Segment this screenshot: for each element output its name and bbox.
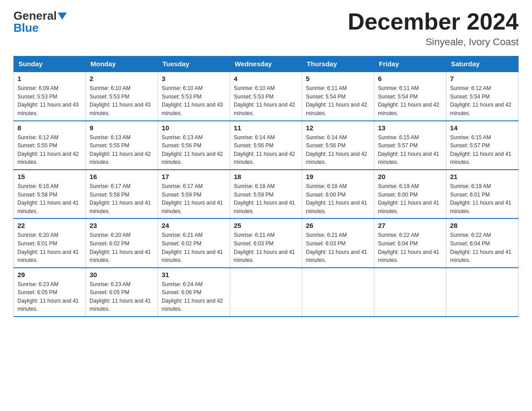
calendar-day-cell: 4 Sunrise: 6:10 AMSunset: 5:53 PMDayligh… — [230, 72, 302, 120]
day-info: Sunrise: 6:11 AMSunset: 5:54 PMDaylight:… — [306, 84, 370, 117]
day-number: 10 — [162, 124, 226, 132]
page-header: General Blue December 2024 Sinyeale, Ivo… — [13, 9, 519, 48]
calendar-day-cell: 24 Sunrise: 6:21 AMSunset: 6:02 PMDaylig… — [158, 218, 230, 267]
calendar-week-row: 22 Sunrise: 6:20 AMSunset: 6:01 PMDaylig… — [14, 218, 519, 267]
day-number: 22 — [17, 222, 82, 229]
day-number: 5 — [306, 75, 370, 82]
title-block: December 2024 Sinyeale, Ivory Coast — [348, 9, 519, 48]
calendar-day-cell: 17 Sunrise: 6:17 AMSunset: 5:59 PMDaylig… — [158, 170, 230, 218]
day-number: 27 — [378, 222, 442, 229]
day-info: Sunrise: 6:18 AMSunset: 5:59 PMDaylight:… — [234, 182, 298, 215]
calendar-day-cell: 16 Sunrise: 6:17 AMSunset: 5:58 PMDaylig… — [86, 170, 158, 218]
day-number: 8 — [17, 124, 82, 132]
day-info: Sunrise: 6:13 AMSunset: 5:55 PMDaylight:… — [90, 133, 154, 167]
day-number: 23 — [90, 222, 154, 229]
calendar-day-cell: 19 Sunrise: 6:18 AMSunset: 6:00 PMDaylig… — [302, 170, 374, 218]
calendar-day-cell: 13 Sunrise: 6:15 AMSunset: 5:57 PMDaylig… — [374, 121, 446, 170]
calendar-day-cell: 9 Sunrise: 6:13 AMSunset: 5:55 PMDayligh… — [86, 121, 158, 170]
calendar-header-tuesday: Tuesday — [158, 56, 230, 72]
logo-blue-text: Blue — [13, 21, 39, 35]
day-info: Sunrise: 6:09 AMSunset: 5:53 PMDaylight:… — [17, 84, 82, 117]
day-info: Sunrise: 6:24 AMSunset: 6:06 PMDaylight:… — [162, 280, 226, 313]
calendar-day-cell: 18 Sunrise: 6:18 AMSunset: 5:59 PMDaylig… — [230, 170, 302, 218]
day-info: Sunrise: 6:20 AMSunset: 6:02 PMDaylight:… — [90, 231, 154, 264]
day-info: Sunrise: 6:23 AMSunset: 6:05 PMDaylight:… — [17, 280, 82, 313]
calendar-day-cell: 2 Sunrise: 6:10 AMSunset: 5:53 PMDayligh… — [86, 72, 158, 120]
calendar-day-cell: 12 Sunrise: 6:14 AMSunset: 5:56 PMDaylig… — [302, 121, 374, 170]
day-info: Sunrise: 6:22 AMSunset: 6:04 PMDaylight:… — [378, 231, 442, 264]
day-number: 2 — [90, 75, 154, 82]
page-title: December 2024 — [348, 9, 519, 34]
calendar-day-cell: 20 Sunrise: 6:19 AMSunset: 6:00 PMDaylig… — [374, 170, 446, 218]
calendar-day-cell: 10 Sunrise: 6:13 AMSunset: 5:56 PMDaylig… — [158, 121, 230, 170]
calendar-header-friday: Friday — [374, 56, 446, 72]
calendar-empty-cell — [374, 268, 446, 317]
day-info: Sunrise: 6:17 AMSunset: 5:58 PMDaylight:… — [90, 182, 154, 215]
day-number: 15 — [17, 173, 82, 180]
day-info: Sunrise: 6:21 AMSunset: 6:02 PMDaylight:… — [162, 231, 226, 264]
day-info: Sunrise: 6:18 AMSunset: 6:00 PMDaylight:… — [306, 182, 370, 215]
day-number: 24 — [162, 222, 226, 229]
day-number: 17 — [162, 173, 226, 180]
calendar-week-row: 1 Sunrise: 6:09 AMSunset: 5:53 PMDayligh… — [14, 72, 519, 120]
day-info: Sunrise: 6:15 AMSunset: 5:57 PMDaylight:… — [378, 133, 442, 167]
day-number: 29 — [17, 271, 82, 278]
day-number: 19 — [306, 173, 370, 180]
day-info: Sunrise: 6:22 AMSunset: 6:04 PMDaylight:… — [450, 231, 515, 264]
day-number: 18 — [234, 173, 298, 180]
calendar-day-cell: 8 Sunrise: 6:12 AMSunset: 5:55 PMDayligh… — [14, 121, 86, 170]
calendar-day-cell: 11 Sunrise: 6:14 AMSunset: 5:56 PMDaylig… — [230, 121, 302, 170]
day-info: Sunrise: 6:12 AMSunset: 5:54 PMDaylight:… — [450, 84, 515, 117]
calendar-day-cell: 1 Sunrise: 6:09 AMSunset: 5:53 PMDayligh… — [14, 72, 86, 120]
calendar-day-cell: 21 Sunrise: 6:19 AMSunset: 6:01 PMDaylig… — [446, 170, 519, 218]
day-number: 20 — [378, 173, 442, 180]
day-info: Sunrise: 6:10 AMSunset: 5:53 PMDaylight:… — [162, 84, 226, 117]
calendar-day-cell: 29 Sunrise: 6:23 AMSunset: 6:05 PMDaylig… — [14, 268, 86, 317]
calendar-header-thursday: Thursday — [302, 56, 374, 72]
calendar-day-cell: 7 Sunrise: 6:12 AMSunset: 5:54 PMDayligh… — [446, 72, 519, 120]
day-number: 3 — [162, 75, 226, 82]
day-info: Sunrise: 6:14 AMSunset: 5:56 PMDaylight:… — [306, 133, 370, 167]
day-number: 9 — [90, 124, 154, 132]
calendar-header-saturday: Saturday — [446, 56, 519, 72]
calendar-week-row: 29 Sunrise: 6:23 AMSunset: 6:05 PMDaylig… — [14, 268, 519, 317]
calendar-day-cell: 30 Sunrise: 6:23 AMSunset: 6:05 PMDaylig… — [86, 268, 158, 317]
calendar-header-wednesday: Wednesday — [230, 56, 302, 72]
calendar-empty-cell — [302, 268, 374, 317]
calendar-day-cell: 28 Sunrise: 6:22 AMSunset: 6:04 PMDaylig… — [446, 218, 519, 267]
calendar-week-row: 8 Sunrise: 6:12 AMSunset: 5:55 PMDayligh… — [14, 121, 519, 170]
day-info: Sunrise: 6:15 AMSunset: 5:57 PMDaylight:… — [450, 133, 515, 167]
calendar-day-cell: 6 Sunrise: 6:11 AMSunset: 5:54 PMDayligh… — [374, 72, 446, 120]
day-number: 1 — [17, 75, 82, 82]
day-info: Sunrise: 6:19 AMSunset: 6:01 PMDaylight:… — [450, 182, 515, 215]
calendar-day-cell: 23 Sunrise: 6:20 AMSunset: 6:02 PMDaylig… — [86, 218, 158, 267]
day-number: 21 — [450, 173, 515, 180]
day-info: Sunrise: 6:21 AMSunset: 6:03 PMDaylight:… — [234, 231, 298, 264]
day-info: Sunrise: 6:23 AMSunset: 6:05 PMDaylight:… — [90, 280, 154, 313]
day-info: Sunrise: 6:21 AMSunset: 6:03 PMDaylight:… — [306, 231, 370, 264]
calendar-day-cell: 3 Sunrise: 6:10 AMSunset: 5:53 PMDayligh… — [158, 72, 230, 120]
day-number: 6 — [378, 75, 442, 82]
day-number: 13 — [378, 124, 442, 132]
day-info: Sunrise: 6:17 AMSunset: 5:59 PMDaylight:… — [162, 182, 226, 215]
day-info: Sunrise: 6:12 AMSunset: 5:55 PMDaylight:… — [17, 133, 82, 167]
calendar-day-cell: 25 Sunrise: 6:21 AMSunset: 6:03 PMDaylig… — [230, 218, 302, 267]
calendar-day-cell: 26 Sunrise: 6:21 AMSunset: 6:03 PMDaylig… — [302, 218, 374, 267]
day-info: Sunrise: 6:11 AMSunset: 5:54 PMDaylight:… — [378, 84, 442, 117]
page-subtitle: Sinyeale, Ivory Coast — [348, 36, 519, 48]
calendar-header-sunday: Sunday — [14, 56, 86, 72]
day-number: 7 — [450, 75, 515, 82]
calendar-day-cell: 27 Sunrise: 6:22 AMSunset: 6:04 PMDaylig… — [374, 218, 446, 267]
day-number: 30 — [90, 271, 154, 278]
day-number: 14 — [450, 124, 515, 132]
logo-triangle-icon — [58, 13, 67, 20]
day-info: Sunrise: 6:20 AMSunset: 6:01 PMDaylight:… — [17, 231, 82, 264]
day-info: Sunrise: 6:19 AMSunset: 6:00 PMDaylight:… — [378, 182, 442, 215]
calendar-empty-cell — [230, 268, 302, 317]
day-info: Sunrise: 6:16 AMSunset: 5:58 PMDaylight:… — [17, 182, 82, 215]
day-number: 11 — [234, 124, 298, 132]
day-number: 4 — [234, 75, 298, 82]
day-number: 12 — [306, 124, 370, 132]
day-number: 26 — [306, 222, 370, 229]
day-info: Sunrise: 6:10 AMSunset: 5:53 PMDaylight:… — [90, 84, 154, 117]
